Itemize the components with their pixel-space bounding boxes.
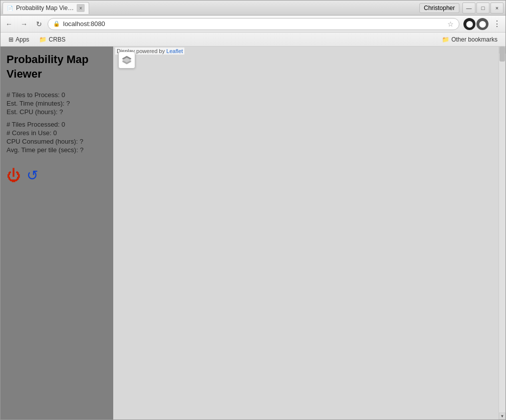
leaflet-link[interactable]: Leaflet <box>166 48 183 54</box>
forward-button[interactable]: → <box>18 18 31 31</box>
map-area: Display powered by Leaflet ▲ ▼ <box>113 47 505 419</box>
stat-tiles-to-process: # Tiles to Process: 0 <box>7 91 107 99</box>
action-icons-row: ⏻ ↺ <box>7 169 107 183</box>
user-label: Christopher <box>419 3 459 13</box>
apps-grid-icon: ⊞ <box>9 36 14 43</box>
bookmark-apps[interactable]: ⊞ Apps <box>5 35 33 44</box>
window-controls: — □ × <box>462 3 503 14</box>
browser-menu-button[interactable]: ⋮ <box>490 18 503 31</box>
apps-label: Apps <box>16 36 29 43</box>
stats-group-2: # Tiles Processed: 0 # Cores in Use: 0 C… <box>7 121 107 155</box>
browser-tab[interactable]: 📄 Probability Map Vie… × <box>3 2 89 14</box>
close-button[interactable]: × <box>490 3 503 14</box>
browser-window: 📄 Probability Map Vie… × Christopher — □… <box>0 0 506 420</box>
maximize-button[interactable]: □ <box>476 3 489 14</box>
sidebar: Probability Map Viewer # Tiles to Proces… <box>1 47 113 419</box>
nav-bar: ← → ↻ 🔒 localhost:8080 ☆ ⬤ ⬤ ⋮ <box>1 16 505 33</box>
sidebar-title: Probability Map Viewer <box>7 53 107 81</box>
scroll-arrow-down[interactable]: ▼ <box>499 412 505 419</box>
stats-group-1: # Tiles to Process: 0 Est. Time (minutes… <box>7 91 107 117</box>
address-lock-icon: 🔒 <box>53 21 60 27</box>
minimize-button[interactable]: — <box>462 3 475 14</box>
bookmarks-bar: ⊞ Apps 📁 CRBS 📁 Other bookmarks <box>1 33 505 47</box>
layers-button[interactable] <box>118 52 135 69</box>
stat-tiles-processed: # Tiles Processed: 0 <box>7 121 107 128</box>
title-bar: 📄 Probability Map Vie… × Christopher — □… <box>1 1 505 16</box>
refresh-button[interactable]: ↺ <box>27 169 38 183</box>
layers-icon <box>121 55 132 66</box>
address-text: localhost:8080 <box>63 20 442 28</box>
bookmark-crbs[interactable]: 📁 CRBS <box>35 35 69 44</box>
back-button[interactable]: ← <box>3 18 16 31</box>
map-scrollbar[interactable]: ▲ ▼ <box>498 47 505 419</box>
tab-favicon: 📄 <box>7 6 13 11</box>
power-button[interactable]: ⏻ <box>7 169 21 183</box>
stat-cores-in-use: # Cores in Use: 0 <box>7 129 107 137</box>
extension-icons: ⬤ ⬤ <box>463 18 488 30</box>
extension-icon-1[interactable]: ⬤ <box>463 18 475 30</box>
bookmark-star-icon[interactable]: ☆ <box>447 20 454 28</box>
address-bar[interactable]: 🔒 localhost:8080 ☆ <box>48 18 459 30</box>
tab-title: Probability Map Vie… <box>16 5 74 12</box>
tab-close-button[interactable]: × <box>77 4 85 12</box>
other-bookmarks[interactable]: 📁 Other bookmarks <box>438 35 501 44</box>
stat-avg-time: Avg. Time per tile (secs): ? <box>7 146 107 154</box>
scroll-thumb[interactable] <box>499 47 505 62</box>
reload-button[interactable]: ↻ <box>33 18 46 31</box>
extension-icon-2[interactable]: ⬤ <box>476 18 488 30</box>
stat-est-cpu: Est. CPU (hours): ? <box>7 108 107 116</box>
crbs-label: CRBS <box>49 36 65 43</box>
other-folder-icon: 📁 <box>442 36 449 43</box>
stat-cpu-consumed: CPU Consumed (hours): ? <box>7 138 107 145</box>
crbs-folder-icon: 📁 <box>39 36 47 43</box>
stat-est-time: Est. Time (minutes): ? <box>7 100 107 107</box>
page-content: Probability Map Viewer # Tiles to Proces… <box>1 47 505 419</box>
other-bookmarks-label: Other bookmarks <box>451 36 497 43</box>
